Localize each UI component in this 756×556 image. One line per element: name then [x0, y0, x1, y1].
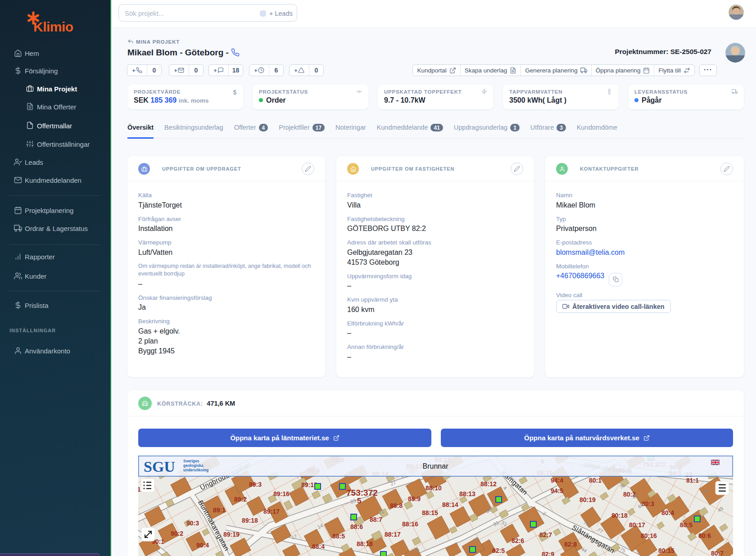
svg-text:80:18: 80:18 [611, 512, 628, 519]
svg-text:88:15: 88:15 [422, 509, 438, 516]
svg-text:82:6: 82:6 [512, 537, 524, 544]
svg-text:89:17: 89:17 [263, 508, 280, 515]
svg-text:82:5: 82:5 [492, 547, 505, 554]
svg-text:geologiska: geologiska [183, 463, 204, 468]
svg-text:88:6: 88:6 [350, 523, 363, 530]
svg-text:82:7: 82:7 [539, 531, 552, 538]
svg-text:88:12: 88:12 [480, 480, 497, 488]
svg-text:89:2: 89:2 [234, 496, 247, 503]
svg-text:88:7: 88:7 [370, 516, 382, 523]
svg-text:94:5: 94:5 [551, 487, 563, 494]
svg-text:89:3: 89:3 [249, 481, 262, 488]
svg-text:80:15: 80:15 [658, 547, 675, 554]
svg-text:5: 5 [357, 497, 361, 505]
svg-text:80:4: 80:4 [661, 509, 674, 516]
svg-text:80:5: 80:5 [680, 521, 693, 529]
svg-text:80:6: 80:6 [698, 532, 711, 539]
svg-text:89:16: 89:16 [273, 490, 290, 497]
svg-text:80:16: 80:16 [641, 532, 657, 539]
svg-text:88:16: 88:16 [402, 520, 418, 528]
svg-text:88:18: 88:18 [357, 540, 373, 547]
svg-text:SGU: SGU [144, 458, 175, 475]
svg-text:89:19: 89:19 [223, 531, 240, 538]
svg-text:80:1: 80:1 [589, 477, 602, 484]
svg-text:88:4: 88:4 [312, 543, 325, 550]
svg-text:90:4: 90:4 [196, 542, 209, 549]
svg-text:88:10: 88:10 [426, 484, 442, 492]
svg-text:88:17: 88:17 [385, 531, 401, 538]
svg-text:88:13: 88:13 [459, 490, 475, 497]
svg-text:Sveriges: Sveriges [183, 459, 199, 463]
svg-text:undersökning: undersökning [183, 468, 208, 472]
svg-text:80:7: 80:7 [711, 550, 724, 556]
svg-text:90:3: 90:3 [186, 520, 199, 527]
svg-text:90:2: 90:2 [171, 530, 183, 537]
svg-text:88:5: 88:5 [332, 533, 345, 540]
svg-text:88:9: 88:9 [408, 495, 421, 502]
svg-text:89:18: 89:18 [242, 517, 258, 524]
svg-text:82:8: 82:8 [564, 541, 577, 548]
svg-text:88:8: 88:8 [390, 502, 403, 509]
svg-text:89:1: 89:1 [213, 506, 226, 514]
svg-text:88:14: 88:14 [442, 501, 458, 508]
svg-text:94:4: 94:4 [551, 477, 563, 484]
svg-text:82:9: 82:9 [542, 551, 554, 556]
svg-text:Brunnar: Brunnar [423, 462, 449, 470]
svg-text:80:17: 80:17 [629, 521, 645, 529]
svg-text:80:19: 80:19 [579, 496, 596, 503]
